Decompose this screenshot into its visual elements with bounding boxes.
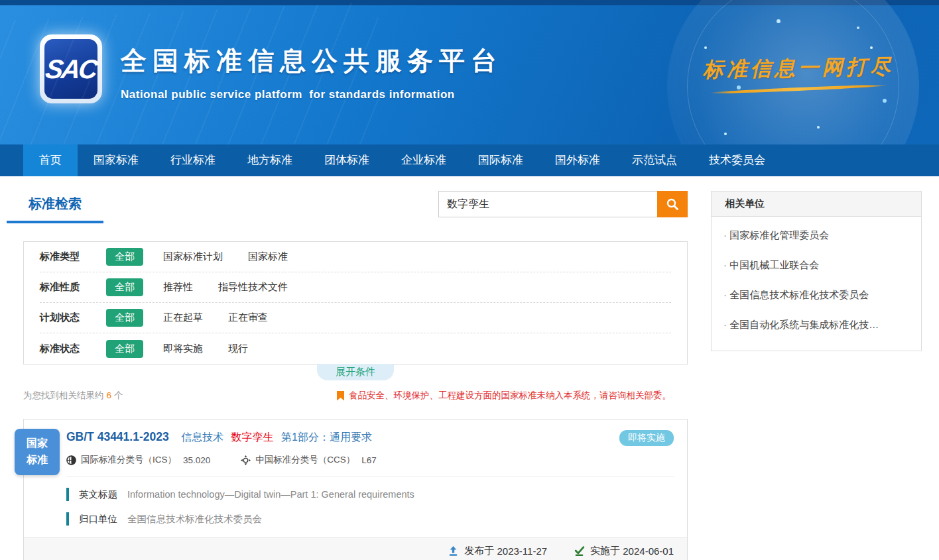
filter-options: 国家标准计划 国家标准 (163, 251, 288, 263)
filter-option[interactable]: 推荐性 (163, 281, 193, 294)
filter-all-badge[interactable]: 全部 (106, 278, 143, 296)
ccs-item: 中国标准分类号（CCS） L67 (241, 454, 377, 466)
result-count-prefix: 为您找到相关结果约 (23, 390, 104, 400)
filter-panel: 标准类型 全部 国家标准计划 国家标准 标准性质 全部 推荐性 指导性技术文件 … (23, 241, 688, 364)
notice: 食品安全、环境保护、工程建设方面的国家标准未纳入本系统，请咨询相关部委。 (337, 390, 671, 402)
field-row-english-title: 英文标题 Information technology—Digital twin… (66, 488, 674, 501)
filter-all-badge[interactable]: 全部 (106, 340, 143, 358)
globe-dots-decoration (857, 27, 859, 29)
result-count: 为您找到相关结果约6个 (23, 390, 123, 402)
sac-logo: SAC (40, 34, 102, 103)
nav-tab-technical-committee[interactable]: 技术委员会 (693, 144, 781, 176)
nav-tab-international-standards[interactable]: 国际标准 (462, 144, 539, 176)
ccs-label: 中国标准分类号（CCS） (255, 454, 355, 466)
published-date: 2023-11-27 (497, 545, 547, 557)
related-units-list: 国家标准化管理委员会 中国机械工业联合会 全国信息技术标准化技术委员会 全国自动… (712, 217, 921, 351)
site-header: SAC 全国标准信息公共服务平台 National public service… (0, 0, 939, 144)
filter-options: 正在起草 正在审查 (163, 311, 268, 324)
nav-tab-group-standards[interactable]: 团体标准 (308, 144, 385, 176)
globe-icon (66, 455, 76, 465)
site-title: 全国标准信息公共服务平台 (121, 43, 503, 79)
filter-option[interactable]: 国家标准计划 (163, 251, 223, 263)
standard-result-card: 国家标准 即将实施 GB/T 43441.1-2023 信息技术 数字孪生 第1… (23, 419, 688, 560)
publish-upload-icon (448, 545, 459, 557)
nav-tab-home[interactable]: 首页 (23, 144, 78, 176)
main-nav: 首页 国家标准 行业标准 地方标准 团体标准 企业标准 国际标准 国外标准 示范… (0, 144, 939, 176)
field-value: 全国信息技术标准化技术委员会 (127, 513, 262, 526)
search-button[interactable] (657, 191, 688, 217)
nav-tab-enterprise-standards[interactable]: 企业标准 (385, 144, 462, 176)
page-content: 标准检索 标准类型 全部 国家标准计划 国家标准 标准性质 (0, 176, 939, 560)
compass-icon (241, 455, 251, 465)
standard-title-highlight: 数字孪生 (231, 431, 274, 443)
standard-title-link[interactable]: GB/T 43441.1-2023 信息技术 数字孪生 第1部分：通用要求 (66, 430, 674, 445)
site-subtitle: National public service platform for sta… (121, 88, 503, 101)
standard-title-part2: 第1部分：通用要求 (281, 431, 372, 443)
filter-option[interactable]: 现行 (228, 343, 248, 355)
related-unit-link[interactable]: 全国自动化系统与集成标准化技… (723, 310, 909, 340)
related-unit-link[interactable]: 全国信息技术标准化技术委员会 (723, 280, 909, 310)
ics-item: 国际标准分类号（ICS） 35.020 (66, 454, 210, 466)
section-title-standard-search: 标准检索 (23, 191, 82, 213)
filter-row-standard-nature: 标准性质 全部 推荐性 指导性技术文件 (40, 272, 671, 303)
search-group (438, 191, 688, 217)
sidebar-column: 相关单位 国家标准化管理委员会 中国机械工业联合会 全国信息技术标准化技术委员会… (711, 191, 922, 351)
header-slogan: 标准信息一网打尽 (703, 52, 895, 92)
expand-conditions-button[interactable]: 展开条件 (317, 364, 394, 380)
result-count-number: 6 (107, 390, 112, 400)
field-value: Information technology—Digital twin—Part… (127, 489, 414, 500)
filter-label: 计划状态 (40, 311, 106, 324)
filter-option[interactable]: 正在起草 (163, 311, 203, 324)
nav-tab-pilot[interactable]: 示范试点 (616, 144, 693, 176)
implemented-date-item: 实施于 2024-06-01 (574, 545, 674, 557)
nav-tab-local-standards[interactable]: 地方标准 (231, 144, 308, 176)
related-units-title: 相关单位 (712, 192, 921, 217)
card-body: GB/T 43441.1-2023 信息技术 数字孪生 第1部分：通用要求 国际… (24, 420, 687, 537)
status-badge: 即将实施 (619, 430, 674, 446)
expand-conditions-wrap: 展开条件 (23, 364, 688, 382)
sac-logo-text: SAC (44, 54, 98, 84)
filter-all-badge[interactable]: 全部 (106, 309, 143, 327)
standard-type-badge-text: 国家标准 (25, 435, 49, 469)
filter-option[interactable]: 指导性技术文件 (218, 281, 288, 294)
sac-logo-inner: SAC (44, 39, 97, 99)
ics-value: 35.020 (183, 455, 210, 465)
filter-option[interactable]: 正在审查 (228, 311, 268, 324)
slogan-text: 标准信息一网打尽 (703, 52, 895, 84)
ccs-value: L67 (361, 455, 377, 465)
nav-tab-industry-standards[interactable]: 行业标准 (155, 144, 231, 176)
standard-title-part1: 信息技术 (181, 431, 223, 443)
published-date-item: 发布于 2023-11-27 (448, 545, 547, 557)
implemented-label: 实施于 (590, 545, 620, 557)
filter-all-badge[interactable]: 全部 (106, 248, 143, 266)
classification-row: 国际标准分类号（ICS） 35.020 中国标准分类号（CCS） L67 (66, 454, 674, 466)
filter-option[interactable]: 国家标准 (248, 251, 288, 263)
filter-label: 标准性质 (40, 281, 106, 294)
filter-row-plan-status: 计划状态 全部 正在起草 正在审查 (40, 303, 671, 333)
main-column: 标准检索 标准类型 全部 国家标准计划 国家标准 标准性质 (23, 191, 688, 560)
related-unit-link[interactable]: 国家标准化管理委员会 (723, 221, 909, 251)
implement-check-icon (574, 545, 585, 557)
related-units-panel: 相关单位 国家标准化管理委员会 中国机械工业联合会 全国信息技术标准化技术委员会… (711, 191, 922, 351)
related-unit-link[interactable]: 中国机械工业联合会 (723, 251, 909, 280)
filter-options: 推荐性 指导性技术文件 (163, 281, 288, 294)
nav-tab-foreign-standards[interactable]: 国外标准 (539, 144, 616, 176)
published-label: 发布于 (464, 545, 494, 557)
ics-label: 国际标准分类号（ICS） (81, 454, 176, 466)
site-brand: SAC 全国标准信息公共服务平台 National public service… (40, 34, 503, 103)
field-accent-bar (66, 488, 69, 501)
filter-options: 即将实施 现行 (163, 343, 248, 355)
search-section-head: 标准检索 (23, 191, 688, 232)
field-accent-bar (66, 512, 69, 526)
standard-code: GB/T 43441.1-2023 (66, 430, 169, 443)
notice-text: 食品安全、环境保护、工程建设方面的国家标准未纳入本系统，请咨询相关部委。 (349, 390, 671, 402)
search-icon (666, 197, 679, 211)
field-row-committee: 归口单位 全国信息技术标准化技术委员会 (66, 512, 674, 526)
search-input[interactable] (438, 191, 657, 217)
field-label: 英文标题 (79, 488, 117, 501)
filter-row-standard-status: 标准状态 全部 即将实施 现行 (40, 333, 671, 364)
brand-text: 全国标准信息公共服务平台 National public service pla… (121, 34, 503, 101)
nav-tab-national-standards[interactable]: 国家标准 (78, 144, 155, 176)
filter-option[interactable]: 即将实施 (163, 343, 203, 355)
filter-row-standard-type: 标准类型 全部 国家标准计划 国家标准 (40, 242, 671, 272)
